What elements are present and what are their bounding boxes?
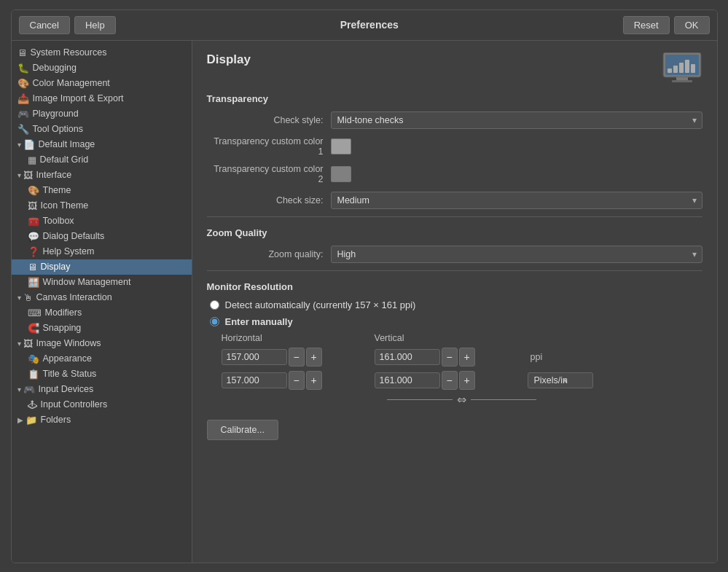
sidebar-item-playground[interactable]: 🎮 Playground	[12, 106, 192, 122]
vert-decrease2[interactable]: −	[442, 371, 458, 390]
sidebar-item-debugging[interactable]: 🐛 Debugging	[12, 60, 192, 76]
sidebar-label-icon-theme: Icon Theme	[41, 200, 89, 211]
vert-input2[interactable]: 161.000	[375, 372, 440, 388]
sidebar-label-input-devices: Input Devices	[39, 384, 94, 394]
sidebar-label-appearance: Appearance	[43, 353, 92, 364]
sidebar-item-icon-theme[interactable]: 🖼 Icon Theme	[12, 198, 192, 213]
sidebar-item-dialog-defaults[interactable]: 💬 Dialog Defaults	[12, 229, 192, 244]
custom-color2-swatch[interactable]	[331, 166, 351, 182]
enter-manually-label: Enter manually	[225, 316, 293, 327]
sidebar-item-help-system[interactable]: ❓ Help System	[12, 244, 192, 259]
vert-decrease1[interactable]: −	[442, 348, 458, 367]
sidebar-item-default-image[interactable]: ▾ 📄 Default Image	[12, 137, 192, 152]
sidebar-label-modifiers: Modifiers	[45, 307, 82, 318]
sidebar-item-system-resources[interactable]: 🖥 System Resources	[12, 45, 192, 60]
check-style-select[interactable]: Mid-tone checks Light checks Dark checks…	[331, 111, 702, 129]
check-style-label: Check style:	[207, 115, 324, 125]
ok-button[interactable]: OK	[674, 16, 710, 34]
sidebar-label-toolbox: Toolbox	[43, 216, 74, 226]
link-line: ⇔	[222, 393, 702, 407]
sidebar-label-snapping: Snapping	[43, 323, 82, 333]
sidebar-item-toolbox[interactable]: 🧰 Toolbox	[12, 213, 192, 229]
horiz-increase1[interactable]: +	[306, 348, 322, 367]
resolution-fields: Horizontal Vertical 157.000 − + 161.000 …	[207, 333, 702, 407]
sidebar-item-default-grid[interactable]: ▦ Default Grid	[12, 152, 192, 168]
check-size-select[interactable]: Small Medium Large Extra Large	[331, 192, 702, 209]
preferences-window: Cancel Help Preferences Reset OK 🖥 Syste…	[11, 9, 718, 563]
sidebar-item-input-controllers[interactable]: 🕹 Input Controllers	[12, 397, 192, 412]
image-import-export-icon: 📥	[17, 93, 29, 104]
separator2	[207, 270, 702, 271]
sidebar-item-modifiers[interactable]: ⌨ Modifiers	[12, 305, 192, 321]
separator1	[207, 216, 702, 217]
vert-col-label: Vertical	[375, 333, 520, 343]
vert-increase1[interactable]: +	[459, 348, 475, 367]
sidebar-label-title-status: Title & Status	[43, 369, 97, 379]
window-title: Preferences	[120, 19, 619, 31]
color-management-icon: 🎨	[17, 78, 29, 89]
unit-select-wrapper: Pixels/in Pixels/mm Pixels/cm	[528, 372, 571, 388]
calibrate-button[interactable]: Calibrate...	[207, 420, 278, 440]
sidebar-label-canvas-interaction: Canvas Interaction	[36, 292, 112, 302]
enter-manually-radio[interactable]	[210, 317, 219, 326]
monitor-resolution-section: Monitor Resolution Detect automatically …	[207, 281, 702, 440]
horiz-decrease2[interactable]: −	[289, 371, 305, 390]
svg-rect-8	[691, 64, 695, 73]
horiz-input1[interactable]: 157.000	[222, 349, 287, 365]
sidebar-item-display[interactable]: 🖥 Display	[12, 259, 192, 275]
body: 🖥 System Resources 🐛 Debugging 🎨 Color M…	[12, 41, 717, 563]
horiz-increase2[interactable]: +	[306, 371, 322, 390]
default-image-icon: 📄	[23, 139, 35, 150]
sidebar-label-playground: Playground	[33, 109, 79, 119]
detect-auto-radio[interactable]	[210, 300, 219, 310]
horiz-field-group2: 157.000 − +	[222, 371, 367, 390]
detect-auto-row: Detect automatically (currently 157 × 16…	[207, 299, 702, 310]
sidebar-item-theme[interactable]: 🎨 Theme	[12, 183, 192, 198]
sidebar-item-window-management[interactable]: 🪟 Window Management	[12, 275, 192, 290]
sidebar-label-display: Display	[41, 262, 71, 272]
reset-button[interactable]: Reset	[623, 16, 670, 34]
svg-rect-7	[685, 60, 689, 73]
snapping-icon: 🧲	[28, 323, 39, 334]
check-size-select-wrapper: Small Medium Large Extra Large	[331, 192, 702, 209]
sidebar-item-canvas-interaction[interactable]: ▾ 🖱 Canvas Interaction	[12, 290, 192, 305]
sidebar-label-image-import-export: Image Import & Export	[33, 93, 124, 103]
sidebar-item-snapping[interactable]: 🧲 Snapping	[12, 321, 192, 336]
canvas-interaction-icon: 🖱	[23, 292, 33, 303]
help-button[interactable]: Help	[74, 16, 116, 34]
unit-select[interactable]: Pixels/in Pixels/mm Pixels/cm	[528, 372, 593, 388]
expand-canvas-interaction: ▾	[17, 294, 21, 302]
sidebar-label-color-management: Color Management	[33, 78, 110, 88]
sidebar-item-interface[interactable]: ▾ 🖼 Interface	[12, 168, 192, 183]
horiz-decrease1[interactable]: −	[289, 348, 305, 367]
modifiers-icon: ⌨	[28, 307, 42, 318]
title-status-icon: 📋	[28, 369, 39, 380]
sidebar-label-help-system: Help System	[43, 246, 95, 256]
horiz-input2[interactable]: 157.000	[222, 372, 287, 388]
vert-input1[interactable]: 161.000	[375, 349, 440, 365]
sidebar-item-tool-options[interactable]: 🔧 Tool Options	[12, 122, 192, 137]
sidebar-item-appearance[interactable]: 🎭 Appearance	[12, 351, 192, 367]
link-chain-icon: ⇔	[457, 393, 466, 407]
system-resources-icon: 🖥	[17, 47, 27, 58]
sidebar-item-image-import-export[interactable]: 📥 Image Import & Export	[12, 91, 192, 106]
window-management-icon: 🪟	[28, 277, 39, 288]
check-size-row: Check size: Small Medium Large Extra Lar…	[207, 192, 702, 209]
svg-rect-2	[676, 77, 688, 80]
sidebar-item-title-status[interactable]: 📋 Title & Status	[12, 367, 192, 382]
sidebar-item-color-management[interactable]: 🎨 Color Management	[12, 76, 192, 91]
custom-color1-swatch[interactable]	[331, 138, 351, 154]
sidebar-item-folders[interactable]: ▶ 📁 Folders	[12, 412, 192, 428]
zoom-quality-section: Zoom Quality Zoom quality: None (Nearest…	[207, 227, 702, 263]
sidebar-label-interface: Interface	[36, 170, 72, 180]
cancel-button[interactable]: Cancel	[19, 16, 70, 34]
sidebar-item-input-devices[interactable]: ▾ 🎮 Input Devices	[12, 382, 192, 397]
svg-rect-3	[672, 80, 692, 82]
page-header: Display	[207, 52, 702, 83]
link-dash-right	[471, 399, 536, 400]
zoom-quality-select[interactable]: None (Nearest Neighbor) Linear Cubic NoH…	[331, 246, 702, 263]
help-system-icon: ❓	[28, 246, 39, 257]
vert-increase2[interactable]: +	[459, 371, 475, 390]
main-panel: Display Transparency Check style: Mid-to…	[192, 41, 717, 563]
sidebar-item-image-windows[interactable]: ▾ 🖼 Image Windows	[12, 336, 192, 351]
